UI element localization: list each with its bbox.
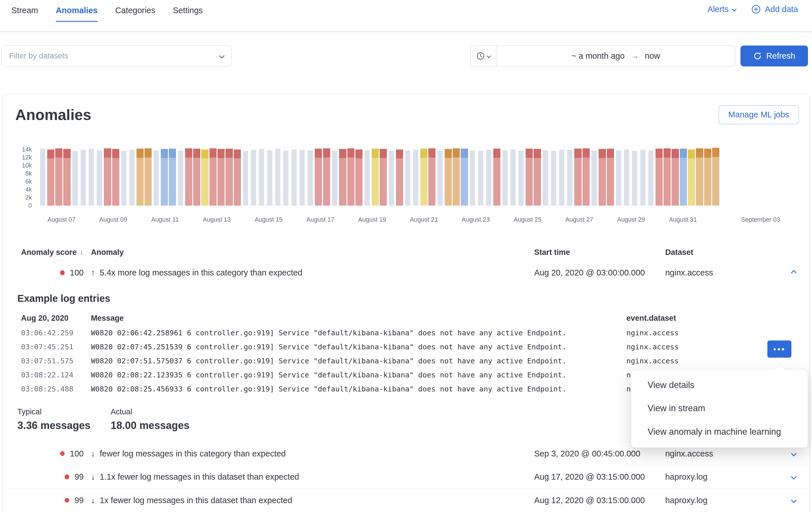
time-picker-button[interactable]: [471, 46, 497, 66]
y-axis-label: 12k: [3, 154, 32, 161]
manage-ml-jobs-button[interactable]: Manage ML jobs: [719, 105, 799, 124]
add-data-label: Add data: [765, 5, 798, 14]
chart-bar: [323, 148, 330, 206]
y-axis-label: 10k: [3, 162, 32, 169]
chart-bar: [315, 149, 322, 206]
chart-bar-anomaly-cap: [63, 149, 70, 158]
x-axis-label: August 09: [99, 216, 127, 223]
x-axis-label: August 19: [358, 216, 386, 223]
header-anomaly-score-label: Anomaly score: [21, 248, 77, 257]
chevron-up-icon[interactable]: [791, 270, 796, 275]
anomaly-message: 1.1x fewer log messages in this dataset …: [100, 472, 299, 482]
menu-item-view-anomaly-in-machine-learning[interactable]: View anomaly in machine learning: [631, 420, 808, 443]
dataset-name: nginx.access: [665, 449, 783, 458]
chart-bar: [420, 149, 428, 206]
chart-bar-anomaly-cap: [493, 149, 500, 158]
chart-bar-anomaly-cap: [712, 148, 719, 157]
log-row[interactable]: 03:06:42.259W0820 02:06:42.258961 6 cont…: [3, 326, 809, 340]
chart-bar-anomaly-cap: [696, 148, 703, 158]
chart-bar: [243, 151, 248, 205]
x-axis-label: August 31: [669, 216, 697, 223]
start-time: Aug 17, 2020 @ 03:15:00.000: [534, 472, 665, 482]
dataset-name: nginx.access: [665, 268, 783, 277]
table-header-row: Anomaly score ↓ Anomaly Start time Datas…: [3, 243, 809, 261]
anomaly-row[interactable]: 99↓1.1x fewer log messages in this datas…: [3, 465, 809, 488]
header-start-time: Start time: [534, 248, 665, 257]
log-dataset: nginx.access: [626, 328, 809, 337]
log-row[interactable]: 03:07:45.251W0820 02:07:45.251539 6 cont…: [3, 340, 809, 354]
chevron-down-icon: [219, 53, 225, 59]
log-message: W0820 02:07:51.575037 6 controller.go:91…: [91, 356, 627, 365]
menu-item-view-in-stream[interactable]: View in stream: [631, 397, 808, 420]
tab-settings[interactable]: Settings: [173, 0, 203, 22]
log-message: W0820 02:08:22.123935 6 controller.go:91…: [91, 371, 627, 379]
x-axis-label: August 07: [48, 216, 76, 223]
chart-bar: [656, 149, 663, 206]
chart-bar: [607, 149, 614, 206]
header-anomaly-score[interactable]: Anomaly score ↓: [21, 248, 91, 257]
chart-bar: [267, 150, 272, 206]
chart-bar: [144, 148, 152, 206]
chart-bar: [299, 150, 305, 206]
log-entry-actions-button[interactable]: ●●●: [767, 341, 791, 358]
y-axis-label: 8k: [3, 170, 32, 177]
log-header-date: Aug 20, 2020: [21, 314, 91, 323]
chart-bar: [365, 150, 370, 206]
x-axis-label: August 13: [203, 216, 231, 223]
y-axis-label: 0: [3, 202, 32, 209]
chart-bar: [688, 150, 695, 206]
anomaly-row[interactable]: 100↑5.4x more log messages in this categ…: [3, 261, 809, 284]
tab-anomalies[interactable]: Anomalies: [56, 0, 97, 22]
chevron-down-icon[interactable]: [791, 451, 796, 456]
tab-stream[interactable]: Stream: [11, 0, 38, 22]
chart-bar-anomaly-cap: [664, 148, 671, 158]
typical-value: 3.36 messages: [18, 420, 111, 432]
tab-categories[interactable]: Categories: [115, 0, 155, 22]
dataset-filter-combobox[interactable]: Filter by datasets: [1, 46, 231, 66]
chart-bar-anomaly-cap: [461, 149, 468, 158]
log-message: W0820 02:08:25.456933 6 controller.go:91…: [91, 384, 627, 393]
chart-bar: [283, 151, 288, 206]
menu-item-view-details[interactable]: View details: [631, 373, 808, 397]
x-axis-label: August 25: [514, 216, 542, 223]
anomaly-score: 100: [70, 449, 84, 458]
filter-bar: Filter by datasets ~ a month ago → now R…: [0, 32, 812, 66]
y-axis-label: 6k: [3, 178, 32, 185]
x-axis-label: August 27: [566, 216, 593, 223]
chevron-down-icon[interactable]: [791, 497, 796, 503]
chevron-down-icon[interactable]: [791, 474, 796, 480]
chart-bar-anomaly-cap: [599, 149, 606, 158]
start-time: Sep 3, 2020 @ 00:45:00.000: [534, 449, 665, 458]
nav-tabs: StreamAnomaliesCategoriesSettings: [11, 0, 203, 22]
severity-dot: [65, 498, 69, 503]
chart-bar: [72, 151, 78, 205]
chart-bar: [696, 148, 703, 206]
chart-bar: [567, 150, 572, 206]
chart-bar: [339, 149, 346, 205]
x-axis-label: August 23: [462, 216, 490, 223]
anomaly-row[interactable]: 99↓1x fewer log messages in this dataset…: [3, 488, 809, 512]
top-nav: StreamAnomaliesCategoriesSettings Alerts…: [0, 0, 812, 31]
x-axis-label: August 17: [307, 216, 335, 223]
log-row[interactable]: 03:07:51.575W0820 02:07:51.575037 6 cont…: [3, 354, 809, 368]
refresh-button[interactable]: Refresh: [741, 46, 808, 66]
chart-bar: [704, 149, 711, 206]
log-rate-chart: 14k12k10k8k6k4k2k0August 07August 09Augu…: [3, 142, 809, 224]
chart-bar-anomaly-cap: [533, 149, 541, 158]
arrow-down-icon: ↓: [91, 496, 95, 505]
x-axis-label: August 15: [255, 216, 283, 223]
chart-bar: [169, 149, 176, 206]
date-range-display[interactable]: ~ a month ago → now: [496, 46, 735, 66]
anomaly-message: fewer log messages in this category than…: [100, 449, 286, 458]
start-time: Aug 12, 2020 @ 03:15:00.000: [534, 496, 665, 505]
ellipsis-icon: ●●●: [773, 346, 786, 352]
add-data-button[interactable]: Add data: [751, 5, 798, 14]
alerts-menu-button[interactable]: Alerts: [707, 5, 736, 14]
chart-bar-anomaly-cap: [526, 149, 533, 158]
chart-bar: [671, 149, 679, 205]
chart-bar: [437, 151, 443, 206]
chart-bar-anomaly-cap: [372, 149, 379, 158]
date-range-start[interactable]: ~ a month ago: [571, 51, 625, 61]
date-range-end[interactable]: now: [645, 51, 660, 61]
log-entry-context-menu: View detailsView in streamView anomaly i…: [631, 369, 808, 448]
